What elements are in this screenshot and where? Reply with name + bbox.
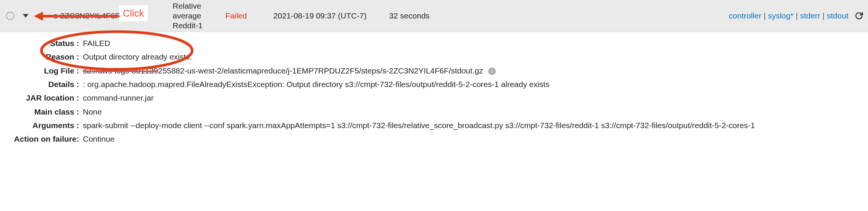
select-radio[interactable] — [6, 12, 14, 20]
svg-point-2 — [41, 32, 192, 69]
detail-row-jar: JAR location : command-runner.jar — [0, 93, 868, 103]
detail-row-reason: Reason : Output directory already exists… — [0, 52, 868, 62]
reason-value: Output directory already exists. — [81, 52, 868, 62]
status-label: Status : — [0, 38, 81, 49]
link-divider: | — [764, 11, 766, 20]
log-links: controller | syslog* | stderr | stdout — [729, 11, 848, 20]
svg-marker-1 — [34, 12, 43, 21]
arguments-value: spark-submit --deploy-mode client --conf… — [81, 120, 868, 131]
jar-label: JAR location : — [0, 93, 81, 103]
step-status: Failed — [225, 11, 247, 20]
logfile-value: s3://aws-logs-801139255882-us-west-2/ela… — [81, 66, 868, 76]
stdout-link[interactable]: stdout — [827, 11, 848, 20]
detail-row-arguments: Arguments : spark-submit --deploy-mode c… — [0, 120, 868, 131]
detail-row-mainclass: Main class : None — [0, 107, 868, 117]
detail-row-actionfail: Action on failure: Continue — [0, 134, 868, 144]
logfile-label: Log File : — [0, 66, 81, 76]
logfile-text: s3://aws-logs-801139255882-us-west-2/ela… — [83, 66, 483, 75]
link-divider: | — [822, 11, 824, 20]
step-name: Relative average Reddit-1 — [173, 1, 214, 31]
stderr-link[interactable]: stderr — [800, 11, 821, 20]
step-id: s-2ZC3N2YIL4F6F — [53, 11, 120, 20]
mainclass-value: None — [81, 107, 868, 117]
info-icon[interactable]: i — [488, 67, 496, 75]
status-value: FAILED — [81, 38, 868, 49]
link-divider: | — [796, 11, 798, 20]
details-label: Details : — [0, 79, 81, 90]
step-timestamp: 2021-08-19 09:37 (UTC-7) — [273, 11, 366, 20]
mainclass-label: Main class : — [0, 107, 81, 117]
actionfail-value: Continue — [81, 134, 868, 144]
detail-row-logfile: Log File : s3://aws-logs-801139255882-us… — [0, 66, 868, 76]
details-value: : org.apache.hadoop.mapred.FileAlreadyEx… — [81, 79, 868, 90]
detail-row-status: Status : FAILED — [0, 38, 868, 49]
arguments-label: Arguments : — [0, 120, 81, 131]
step-duration: 32 seconds — [389, 11, 429, 20]
click-annotation: Click — [119, 5, 148, 21]
refresh-icon[interactable] — [854, 11, 864, 21]
reason-label: Reason : — [0, 52, 81, 62]
step-row: Click s-2ZC3N2YIL4F6F Relative average R… — [0, 0, 868, 32]
expand-caret-icon[interactable] — [23, 14, 29, 18]
jar-value: command-runner.jar — [81, 93, 868, 103]
step-details-panel: Status : FAILED Reason : Output director… — [0, 32, 868, 154]
actionfail-label: Action on failure: — [0, 134, 81, 144]
syslog-link[interactable]: syslog* — [768, 11, 793, 20]
controller-link[interactable]: controller — [729, 11, 761, 20]
detail-row-details: Details : : org.apache.hadoop.mapred.Fil… — [0, 79, 868, 90]
